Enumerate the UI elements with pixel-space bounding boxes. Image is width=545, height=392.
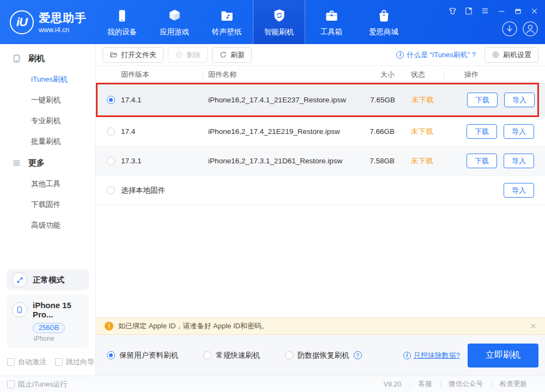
notice-close-icon[interactable]: ✕ <box>530 322 536 330</box>
firmware-status: 未下载 <box>395 156 449 166</box>
device-type: iPhone <box>34 335 83 342</box>
radio-anti-recovery-flash[interactable]: 防数据恢复刷机 ? <box>285 351 362 360</box>
import-button[interactable]: 导入 <box>504 93 535 107</box>
user-account-icon[interactable] <box>522 21 538 37</box>
nav-store[interactable]: 爱思商城 <box>358 0 410 44</box>
open-folder-button[interactable]: 打开文件夹 <box>102 47 164 63</box>
device-card[interactable]: iPhone 15 Pro... 256GB iPhone <box>7 295 89 348</box>
sidebar-item-download-firmware[interactable]: 下载固件 <box>0 194 95 215</box>
sidebar-item-one-click-flash[interactable]: 一键刷机 <box>0 90 95 111</box>
refresh-button[interactable]: 刷新 <box>212 47 252 63</box>
row-radio[interactable] <box>107 157 115 165</box>
refresh-icon <box>219 51 227 59</box>
radio-keep-user-data[interactable]: 保留用户资料刷机 <box>107 351 178 360</box>
sidebar: 刷机 iTunes刷机 一键刷机 专业刷机 批量刷机 更多 其他工具 下载固件 … <box>0 44 96 376</box>
theme-skin-icon[interactable] <box>447 5 458 16</box>
radio-icon <box>203 351 211 359</box>
firmware-row-17-3-1[interactable]: 17.3.1 iPhone16,2_17.3.1_21D61_Restore.i… <box>96 146 545 176</box>
info-icon: i <box>396 51 404 59</box>
menu-icon[interactable] <box>480 5 491 16</box>
close-icon[interactable] <box>529 5 540 16</box>
settings-gear-icon <box>492 51 500 59</box>
row-radio[interactable] <box>107 186 115 194</box>
download-button[interactable]: 下载 <box>467 124 497 139</box>
help-question-icon[interactable]: ? <box>354 351 362 359</box>
footer-link-check-update[interactable]: 检查更新 <box>492 379 535 389</box>
delete-button[interactable]: 删除 <box>168 47 208 63</box>
menu-lines-icon <box>12 158 21 168</box>
import-button[interactable]: 导入 <box>504 154 534 168</box>
footer-link-wechat[interactable]: 微信公众号 <box>441 379 492 389</box>
app-window: iU 爱思助手 www.i4.cn 我的设备 应用游戏 <box>0 0 545 392</box>
sidebar-group-more[interactable]: 更多 <box>0 152 95 174</box>
flash-now-button[interactable]: 立即刷机 <box>468 344 538 367</box>
device-mode-card[interactable]: 正常模式 <box>7 270 89 290</box>
firmware-version: 17.4.1 <box>121 96 208 104</box>
nav-my-devices[interactable]: 我的设备 <box>96 0 148 44</box>
radio-icon <box>107 351 115 359</box>
firmware-toolbar: 打开文件夹 删除 刷新 i 什么是 “iTunes刷机” ? <box>96 44 545 66</box>
erase-data-link[interactable]: i 只想抹除数据? <box>403 351 460 360</box>
column-header-status: 状态 <box>395 70 449 79</box>
firmware-name: iPhone16,2_17.4.1_21E237_Restore.ipsw <box>208 96 346 104</box>
nav-ringtones-wallpapers[interactable]: 铃声壁纸 <box>201 0 253 44</box>
what-is-itunes-flash-link[interactable]: i 什么是 “iTunes刷机” ? <box>396 50 476 60</box>
firmware-size: 7.66GB <box>346 127 395 136</box>
firmware-row-local-file[interactable]: 选择本地固件 导入 <box>96 176 545 205</box>
device-icon <box>12 54 21 63</box>
firmware-row-17-4-1[interactable]: 17.4.1 iPhone16,2_17.4.1_21E237_Restore.… <box>96 83 545 117</box>
flash-settings-button[interactable]: 刷机设置 <box>485 47 538 63</box>
mode-arrows-icon <box>12 272 27 287</box>
sidebar-item-pro-flash[interactable]: 专业刷机 <box>0 111 95 131</box>
firmware-table-body: 17.4.1 iPhone16,2_17.4.1_21E237_Restore.… <box>96 83 545 205</box>
local-firmware-label: 选择本地固件 <box>121 186 208 195</box>
logo-icon: iU <box>10 10 34 34</box>
nav-toolbox[interactable]: 工具箱 <box>305 0 358 44</box>
delete-circle-icon <box>175 51 183 59</box>
radio-normal-flash[interactable]: 常规快速刷机 <box>203 351 260 360</box>
checkbox-auto-activate[interactable]: 自动激活 <box>7 357 46 367</box>
firmware-version: 17.4 <box>121 127 208 136</box>
nav-label: 铃声壁纸 <box>212 27 241 37</box>
phone-icon <box>12 302 27 317</box>
flash-options-bar: 保留用户资料刷机 常规快速刷机 防数据恢复刷机 ? i 只想抹除数据? 立即刷机 <box>96 335 545 376</box>
window-controls <box>409 0 545 44</box>
checkbox-skip-setup[interactable]: 跳过向导 <box>55 357 94 367</box>
nav-apps-games[interactable]: 应用游戏 <box>148 0 201 44</box>
nav-label: 工具箱 <box>320 27 343 37</box>
main-panel: 打开文件夹 删除 刷新 i 什么是 “iTunes刷机” ? <box>96 44 545 376</box>
import-button[interactable]: 导入 <box>504 183 534 198</box>
download-button[interactable]: 下载 <box>467 154 497 168</box>
sidebar-item-itunes-flash[interactable]: iTunes刷机 <box>0 69 95 90</box>
checkbox-block-itunes[interactable]: 阻止iTunes运行 <box>7 379 68 389</box>
apple-id-notice: ! 如已绑定 Apple ID，请准备好 Apple ID和密码。 ✕ <box>96 317 545 335</box>
download-button[interactable]: 下载 <box>467 93 498 107</box>
feedback-card-icon[interactable] <box>463 5 474 16</box>
nav-label: 爱思商城 <box>369 27 398 37</box>
nav-smart-flash[interactable]: 智能刷机 <box>253 0 305 44</box>
toolbox-icon <box>324 8 339 24</box>
app-logo: iU 爱思助手 www.i4.cn <box>0 0 96 44</box>
shield-refresh-icon <box>272 8 287 24</box>
device-capacity-badge: 256GB <box>33 323 65 333</box>
main-nav: 我的设备 应用游戏 铃声壁纸 智能刷机 <box>96 0 410 44</box>
checkbox-icon <box>55 358 63 366</box>
maximize-icon[interactable] <box>512 5 523 16</box>
app-url: www.i4.cn <box>39 26 87 34</box>
notice-text: 如已绑定 Apple ID，请准备好 Apple ID和密码。 <box>118 321 269 331</box>
sidebar-item-advanced[interactable]: 高级功能 <box>0 215 95 236</box>
checkbox-icon <box>7 358 15 366</box>
table-empty-area <box>96 205 545 317</box>
download-manager-icon[interactable] <box>501 21 518 37</box>
footer-link-support[interactable]: 客服 <box>410 379 440 389</box>
sidebar-group-flash[interactable]: 刷机 <box>0 47 95 69</box>
column-header-size: 大小 <box>346 70 395 79</box>
row-radio-selected[interactable] <box>107 96 115 104</box>
sidebar-item-other-tools[interactable]: 其他工具 <box>0 174 95 194</box>
import-button[interactable]: 导入 <box>504 124 534 139</box>
minimize-icon[interactable] <box>496 5 507 16</box>
row-radio[interactable] <box>107 127 115 136</box>
sidebar-item-batch-flash[interactable]: 批量刷机 <box>0 131 95 152</box>
firmware-status: 未下载 <box>395 127 449 137</box>
firmware-row-17-4[interactable]: 17.4 iPhone16,2_17.4_21E219_Restore.ipsw… <box>96 117 545 146</box>
